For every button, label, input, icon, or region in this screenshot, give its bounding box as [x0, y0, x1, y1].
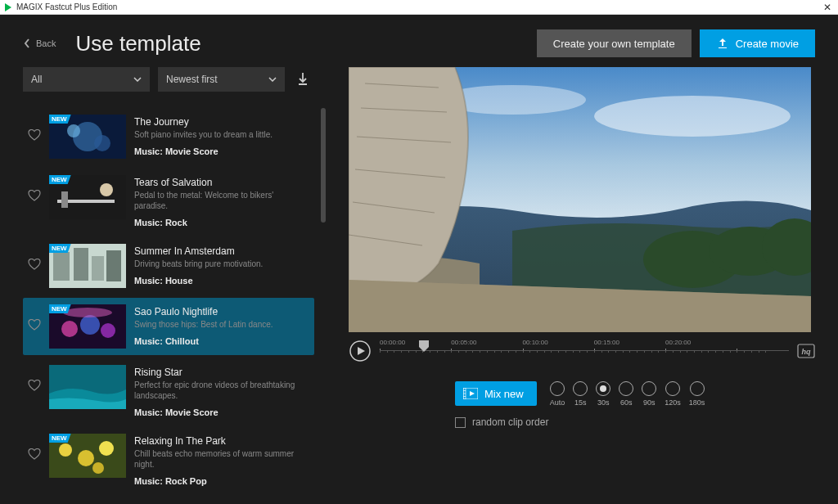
svg-rect-13: [106, 250, 121, 281]
template-title: Sao Paulo Nightlife: [134, 306, 309, 317]
new-badge: NEW: [49, 434, 71, 443]
duration-option[interactable]: 15s: [573, 381, 588, 407]
template-item[interactable]: NEWRelaxing In The ParkChill beats echo …: [23, 427, 314, 493]
video-preview[interactable]: [349, 67, 811, 332]
new-badge: NEW: [49, 244, 71, 253]
svg-point-22: [78, 450, 94, 466]
template-music: Music: Chillout: [134, 336, 309, 346]
duration-option[interactable]: 120s: [665, 381, 681, 407]
template-title: The Journey: [134, 116, 309, 128]
svg-marker-39: [358, 347, 365, 355]
svg-point-4: [94, 135, 110, 151]
upload-icon: [716, 37, 729, 50]
favorite-button[interactable]: [28, 190, 43, 205]
duration-label: 30s: [596, 398, 610, 407]
favorite-button[interactable]: [28, 319, 43, 334]
duration-label: 15s: [573, 398, 588, 407]
duration-option[interactable]: 180s: [689, 381, 705, 407]
download-button[interactable]: [293, 72, 313, 87]
template-title: Relaxing In The Park: [134, 435, 309, 447]
random-clip-order-label: random clip order: [472, 416, 548, 428]
chevron-left-icon: [23, 38, 31, 49]
template-thumbnail: NEW: [49, 244, 126, 288]
chevron-down-icon: [133, 77, 142, 82]
chevron-down-icon: [268, 77, 277, 82]
template-thumbnail: NEW: [49, 434, 126, 478]
timeline[interactable]: 00:00:0000:05:0000:10:0000:15:0000:20:00: [380, 339, 789, 363]
template-title: Tears of Salvation: [134, 177, 309, 188]
template-item[interactable]: NEWSummer In AmsterdamDriving beats brin…: [23, 237, 314, 295]
list-scrollbar[interactable]: [321, 108, 326, 223]
svg-point-24: [92, 462, 104, 474]
checkbox-icon: [455, 417, 466, 428]
hq-toggle[interactable]: hq: [797, 344, 815, 358]
radio-icon: [596, 381, 610, 396]
template-item[interactable]: NEWTears of SalvationPedal to the metal:…: [23, 169, 314, 234]
radio-icon: [573, 381, 588, 396]
duration-label: 120s: [665, 398, 681, 407]
template-description: Pedal to the metal: Welcome to bikers' p…: [134, 190, 309, 211]
template-title: Rising Star: [134, 367, 309, 378]
radio-icon: [642, 381, 656, 396]
page-title: Use template: [75, 31, 536, 56]
duration-label: Auto: [550, 398, 565, 407]
create-movie-button[interactable]: Create movie: [700, 29, 815, 57]
svg-point-16: [80, 315, 100, 335]
svg-point-27: [594, 96, 791, 137]
svg-point-8: [100, 183, 113, 196]
new-badge: NEW: [49, 304, 71, 313]
template-item[interactable]: NEWSao Paulo NightlifeSwing those hips: …: [23, 298, 314, 355]
duration-label: 90s: [642, 398, 656, 407]
app-logo-icon: [3, 2, 13, 12]
duration-label: 60s: [619, 398, 633, 407]
duration-option[interactable]: Auto: [550, 381, 565, 407]
timeline-playhead[interactable]: [419, 340, 429, 352]
sort-select[interactable]: Newest first: [158, 67, 285, 92]
new-badge: NEW: [49, 175, 71, 184]
svg-point-21: [59, 443, 72, 457]
play-button[interactable]: [349, 340, 372, 362]
svg-marker-40: [419, 340, 429, 352]
back-button[interactable]: Back: [23, 38, 56, 49]
svg-rect-7: [61, 191, 68, 208]
window-close-button[interactable]: ✕: [820, 2, 835, 13]
template-description: Driving beats bring pure motivation.: [134, 259, 309, 269]
template-description: Perfect for epic drone videos of breatht…: [134, 380, 309, 401]
duration-option[interactable]: 30s: [596, 381, 610, 407]
radio-icon: [550, 381, 565, 396]
timeline-tick: 00:00:00: [380, 339, 405, 346]
timeline-tick: 00:20:00: [665, 339, 691, 346]
template-title: Summer In Amsterdam: [134, 245, 309, 257]
favorite-button[interactable]: [28, 448, 43, 463]
favorite-button[interactable]: [28, 129, 43, 144]
favorite-button[interactable]: [28, 380, 43, 394]
random-clip-order-checkbox[interactable]: random clip order: [349, 416, 815, 428]
duration-option[interactable]: 90s: [642, 381, 656, 407]
svg-point-15: [61, 321, 78, 337]
svg-rect-11: [74, 248, 88, 281]
category-select[interactable]: All: [23, 67, 150, 92]
template-description: Swing those hips: Best of Latin dance.: [134, 319, 309, 330]
timeline-tick: 00:10:00: [523, 339, 548, 346]
mix-new-button[interactable]: Mix new: [455, 381, 537, 406]
template-thumbnail: NEW: [49, 115, 126, 159]
favorite-button[interactable]: [28, 259, 43, 273]
radio-icon: [619, 381, 633, 396]
timeline-tick: 00:05:00: [451, 339, 476, 346]
create-template-button[interactable]: Create your own template: [537, 29, 692, 57]
back-label: Back: [36, 38, 56, 48]
template-thumbnail: NEW: [49, 304, 126, 349]
svg-point-18: [63, 308, 112, 317]
radio-icon: [690, 381, 705, 396]
template-item[interactable]: NEWThe JourneySoft piano invites you to …: [23, 108, 314, 165]
svg-text:hq: hq: [802, 348, 811, 356]
template-description: Chill beats echo memories of warm summer…: [134, 448, 309, 470]
template-description: Soft piano invites you to dream a little…: [134, 129, 309, 140]
template-thumbnail: NEW: [49, 175, 126, 219]
window-titlebar: MAGIX Fastcut Plus Edition ✕: [0, 0, 838, 15]
template-item[interactable]: Rising StarPerfect for epic drone videos…: [23, 358, 314, 424]
timeline-tick: 00:15:00: [594, 339, 619, 346]
duration-option[interactable]: 60s: [619, 381, 633, 407]
window-title: MAGIX Fastcut Plus Edition: [16, 2, 820, 11]
svg-marker-0: [5, 3, 11, 11]
